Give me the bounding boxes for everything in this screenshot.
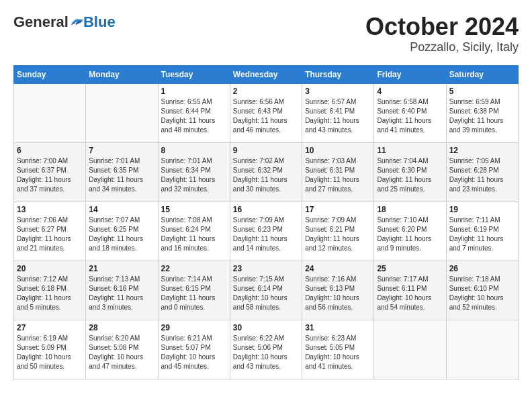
day-number: 15: [161, 205, 227, 214]
day-number: 11: [377, 146, 443, 155]
day-info: Sunrise: 6:21 AM Sunset: 5:07 PM Dayligh…: [161, 334, 227, 371]
day-info: Sunrise: 6:59 AM Sunset: 6:38 PM Dayligh…: [449, 97, 515, 135]
calendar-cell: 28Sunrise: 6:20 AM Sunset: 5:08 PM Dayli…: [86, 320, 158, 379]
logo-general-text: General: [13, 13, 69, 31]
day-number: 1: [161, 87, 227, 96]
calendar-table: SundayMondayTuesdayWednesdayThursdayFrid…: [13, 65, 519, 379]
calendar-cell: 22Sunrise: 7:14 AM Sunset: 6:15 PM Dayli…: [158, 261, 230, 320]
weekday-header-friday: Friday: [374, 65, 446, 83]
day-info: Sunrise: 7:01 AM Sunset: 6:35 PM Dayligh…: [89, 156, 154, 194]
day-number: 2: [233, 87, 299, 96]
calendar-cell: 18Sunrise: 7:10 AM Sunset: 6:20 PM Dayli…: [374, 201, 446, 261]
calendar-cell: 31Sunrise: 6:23 AM Sunset: 5:05 PM Dayli…: [302, 320, 374, 379]
day-info: Sunrise: 7:15 AM Sunset: 6:14 PM Dayligh…: [233, 275, 299, 312]
calendar-row: 1Sunrise: 6:55 AM Sunset: 6:44 PM Daylig…: [14, 83, 519, 142]
day-number: 31: [305, 323, 371, 332]
calendar-cell: 21Sunrise: 7:13 AM Sunset: 6:16 PM Dayli…: [86, 261, 158, 320]
calendar-row: 13Sunrise: 7:06 AM Sunset: 6:27 PM Dayli…: [14, 201, 519, 261]
calendar-cell: [14, 83, 86, 142]
calendar-cell: 1Sunrise: 6:55 AM Sunset: 6:44 PM Daylig…: [158, 83, 230, 142]
day-number: 25: [377, 264, 443, 273]
day-number: 20: [17, 264, 83, 273]
calendar-cell: 24Sunrise: 7:16 AM Sunset: 6:13 PM Dayli…: [302, 261, 374, 320]
calendar-row: 6Sunrise: 7:00 AM Sunset: 6:37 PM Daylig…: [14, 142, 519, 201]
weekday-header-saturday: Saturday: [446, 65, 518, 83]
day-number: 4: [377, 87, 443, 96]
weekday-header-wednesday: Wednesday: [230, 65, 302, 83]
day-info: Sunrise: 6:57 AM Sunset: 6:41 PM Dayligh…: [305, 97, 371, 135]
day-number: 10: [305, 146, 371, 155]
logo: General Blue: [13, 13, 116, 31]
day-number: 12: [449, 146, 515, 155]
calendar-cell: 2Sunrise: 6:56 AM Sunset: 6:43 PM Daylig…: [230, 83, 302, 142]
day-info: Sunrise: 6:55 AM Sunset: 6:44 PM Dayligh…: [161, 97, 227, 135]
day-number: 5: [449, 87, 515, 96]
day-info: Sunrise: 7:10 AM Sunset: 6:20 PM Dayligh…: [377, 216, 443, 253]
day-info: Sunrise: 7:03 AM Sunset: 6:31 PM Dayligh…: [305, 156, 371, 194]
day-number: 17: [305, 205, 371, 214]
calendar-cell: 8Sunrise: 7:01 AM Sunset: 6:34 PM Daylig…: [158, 142, 230, 201]
weekday-header-thursday: Thursday: [302, 65, 374, 83]
calendar-cell: [86, 83, 158, 142]
day-number: 19: [449, 205, 515, 214]
day-info: Sunrise: 7:07 AM Sunset: 6:25 PM Dayligh…: [89, 216, 154, 253]
day-info: Sunrise: 7:09 AM Sunset: 6:21 PM Dayligh…: [305, 216, 371, 253]
calendar-row: 27Sunrise: 6:19 AM Sunset: 5:09 PM Dayli…: [14, 320, 519, 379]
day-number: 27: [17, 323, 83, 332]
weekday-header-tuesday: Tuesday: [158, 65, 230, 83]
day-info: Sunrise: 7:02 AM Sunset: 6:32 PM Dayligh…: [233, 156, 299, 194]
calendar-cell: 19Sunrise: 7:11 AM Sunset: 6:19 PM Dayli…: [446, 201, 518, 261]
calendar-cell: 25Sunrise: 7:17 AM Sunset: 6:11 PM Dayli…: [374, 261, 446, 320]
day-number: 23: [233, 264, 299, 273]
calendar-cell: 5Sunrise: 6:59 AM Sunset: 6:38 PM Daylig…: [446, 83, 518, 142]
calendar-cell: 29Sunrise: 6:21 AM Sunset: 5:07 PM Dayli…: [158, 320, 230, 379]
calendar-cell: 10Sunrise: 7:03 AM Sunset: 6:31 PM Dayli…: [302, 142, 374, 201]
calendar-cell: 7Sunrise: 7:01 AM Sunset: 6:35 PM Daylig…: [86, 142, 158, 201]
calendar-cell: 27Sunrise: 6:19 AM Sunset: 5:09 PM Dayli…: [14, 320, 86, 379]
day-info: Sunrise: 7:00 AM Sunset: 6:37 PM Dayligh…: [17, 156, 83, 194]
day-number: 13: [17, 205, 83, 214]
day-number: 21: [89, 264, 154, 273]
day-number: 26: [449, 264, 515, 273]
day-number: 29: [161, 323, 227, 332]
logo-bird-icon: [70, 15, 83, 29]
day-info: Sunrise: 7:13 AM Sunset: 6:16 PM Dayligh…: [89, 275, 154, 312]
day-number: 7: [89, 146, 154, 155]
day-number: 3: [305, 87, 371, 96]
day-info: Sunrise: 6:58 AM Sunset: 6:40 PM Dayligh…: [377, 97, 443, 135]
day-number: 30: [233, 323, 299, 332]
weekday-header-monday: Monday: [86, 65, 158, 83]
month-title-section: October 2024 Pozzallo, Sicily, Italy: [365, 13, 519, 54]
day-number: 22: [161, 264, 227, 273]
day-info: Sunrise: 7:17 AM Sunset: 6:11 PM Dayligh…: [377, 275, 443, 312]
day-info: Sunrise: 7:11 AM Sunset: 6:19 PM Dayligh…: [449, 216, 515, 253]
calendar-cell: 16Sunrise: 7:09 AM Sunset: 6:23 PM Dayli…: [230, 201, 302, 261]
calendar-cell: 6Sunrise: 7:00 AM Sunset: 6:37 PM Daylig…: [14, 142, 86, 201]
day-info: Sunrise: 6:22 AM Sunset: 5:06 PM Dayligh…: [233, 334, 299, 371]
day-info: Sunrise: 6:19 AM Sunset: 5:09 PM Dayligh…: [17, 334, 83, 371]
calendar-cell: 23Sunrise: 7:15 AM Sunset: 6:14 PM Dayli…: [230, 261, 302, 320]
day-info: Sunrise: 7:14 AM Sunset: 6:15 PM Dayligh…: [161, 275, 227, 312]
day-info: Sunrise: 7:16 AM Sunset: 6:13 PM Dayligh…: [305, 275, 371, 312]
day-number: 16: [233, 205, 299, 214]
calendar-cell: 11Sunrise: 7:04 AM Sunset: 6:30 PM Dayli…: [374, 142, 446, 201]
weekday-header-sunday: Sunday: [14, 65, 86, 83]
day-number: 14: [89, 205, 154, 214]
day-info: Sunrise: 7:01 AM Sunset: 6:34 PM Dayligh…: [161, 156, 227, 194]
calendar-header-row: SundayMondayTuesdayWednesdayThursdayFrid…: [14, 65, 519, 83]
day-info: Sunrise: 7:08 AM Sunset: 6:24 PM Dayligh…: [161, 216, 227, 253]
day-info: Sunrise: 6:20 AM Sunset: 5:08 PM Dayligh…: [89, 334, 154, 371]
calendar-cell: 14Sunrise: 7:07 AM Sunset: 6:25 PM Dayli…: [86, 201, 158, 261]
day-number: 8: [161, 146, 227, 155]
day-number: 9: [233, 146, 299, 155]
day-number: 6: [17, 146, 83, 155]
calendar-cell: 15Sunrise: 7:08 AM Sunset: 6:24 PM Dayli…: [158, 201, 230, 261]
day-info: Sunrise: 7:06 AM Sunset: 6:27 PM Dayligh…: [17, 216, 83, 253]
day-info: Sunrise: 6:23 AM Sunset: 5:05 PM Dayligh…: [305, 334, 371, 371]
day-number: 24: [305, 264, 371, 273]
calendar-cell: 13Sunrise: 7:06 AM Sunset: 6:27 PM Dayli…: [14, 201, 86, 261]
day-info: Sunrise: 7:18 AM Sunset: 6:10 PM Dayligh…: [449, 275, 515, 312]
page-header: General Blue October 2024 Pozzallo, Sici…: [13, 13, 519, 54]
calendar-row: 20Sunrise: 7:12 AM Sunset: 6:18 PM Dayli…: [14, 261, 519, 320]
day-info: Sunrise: 7:04 AM Sunset: 6:30 PM Dayligh…: [377, 156, 443, 194]
